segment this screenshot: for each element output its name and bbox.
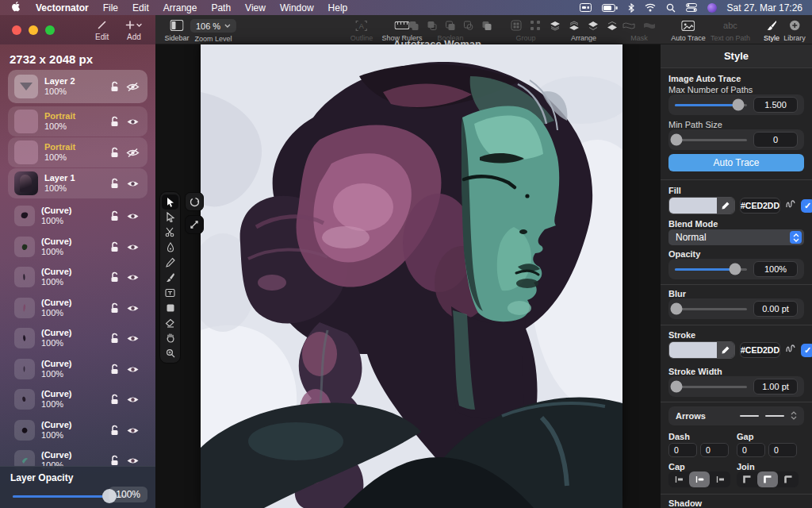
layer-row[interactable]: (Curve)100%	[8, 325, 147, 352]
lock-icon[interactable]	[109, 425, 120, 436]
lock-icon[interactable]	[109, 210, 120, 221]
wifi-icon[interactable]	[645, 3, 656, 12]
layer-row[interactable]: Portrait100%	[8, 106, 147, 137]
siri-icon[interactable]	[707, 3, 717, 13]
arrange-tools-group[interactable]: Arrange	[550, 19, 618, 42]
visibility-on-icon[interactable]	[126, 394, 140, 405]
slider-knob[interactable]	[670, 381, 682, 393]
close-window-button[interactable]	[12, 25, 21, 35]
min-path-value[interactable]: 0	[753, 132, 798, 148]
lock-icon[interactable]	[109, 147, 120, 158]
eraser-tool[interactable]	[162, 315, 178, 330]
selection-tool[interactable]	[162, 194, 178, 210]
blend-mode-select[interactable]: Normal	[668, 229, 804, 245]
pen-tool[interactable]	[162, 240, 178, 255]
spotlight-icon[interactable]	[666, 3, 676, 13]
join-round-option[interactable]	[757, 471, 778, 487]
scale-mode-button[interactable]	[185, 215, 204, 234]
min-path-slider[interactable]	[675, 139, 747, 141]
visibility-on-icon[interactable]	[126, 425, 140, 436]
lock-icon[interactable]	[109, 241, 120, 252]
battery-icon[interactable]	[602, 4, 618, 12]
dash-field-1[interactable]: 0	[668, 443, 697, 457]
stroke-width-slider[interactable]	[675, 386, 747, 388]
scissors-tool[interactable]	[162, 225, 178, 240]
library-button[interactable]: Library	[783, 19, 806, 42]
lock-icon[interactable]	[109, 116, 120, 127]
menu-view[interactable]: View	[245, 2, 266, 13]
blur-slider[interactable]	[675, 308, 747, 310]
mask-tools-group[interactable]: Mask	[622, 19, 656, 42]
layer-row[interactable]: (Curve)100%	[8, 264, 147, 291]
outline-mode-button[interactable]: A Outline	[350, 19, 373, 42]
stroke-hex-field[interactable]: #CED2DD	[740, 342, 780, 358]
artboard[interactable]	[201, 44, 622, 508]
visibility-on-icon[interactable]	[126, 456, 140, 466]
menu-arrange[interactable]: Arrange	[163, 2, 197, 13]
visibility-on-icon[interactable]	[126, 303, 140, 314]
sidebar-toggle-button[interactable]: Sidebar	[164, 19, 189, 42]
apple-menu-icon[interactable]	[11, 1, 21, 14]
edit-layers-button[interactable]: Edit	[95, 20, 109, 41]
menu-edit[interactable]: Edit	[132, 2, 149, 13]
shape-tool[interactable]	[162, 300, 178, 315]
edit-color-icon[interactable]	[717, 342, 734, 358]
auto-trace-button[interactable]: Auto Trace	[671, 19, 706, 42]
gap-field-2[interactable]: 0	[768, 443, 797, 457]
opacity-slider[interactable]	[675, 268, 747, 271]
text-on-path-button[interactable]: abc Text on Path	[710, 19, 750, 42]
visibility-on-icon[interactable]	[126, 242, 140, 252]
dash-field-2[interactable]: 0	[700, 443, 729, 457]
cap-butt-option[interactable]	[668, 471, 689, 487]
stroke-width-value[interactable]: 1.00 pt	[753, 379, 798, 394]
layer-row[interactable]: Layer 2100%	[8, 70, 147, 103]
stroke-enabled-checkbox[interactable]	[801, 344, 812, 357]
lock-icon[interactable]	[109, 271, 120, 283]
stroke-color-swatch[interactable]	[668, 341, 735, 359]
arrows-select[interactable]: Arrows	[668, 406, 804, 425]
layer-row[interactable]: Portrait100%	[8, 137, 147, 167]
style-panel-button[interactable]: Style	[764, 19, 779, 42]
auto-trace-action-button[interactable]: Auto Trace	[668, 154, 804, 171]
fill-enabled-checkbox[interactable]	[801, 199, 812, 213]
menu-window[interactable]: Window	[280, 2, 314, 13]
cap-square-option[interactable]	[710, 471, 730, 487]
visibility-off-icon[interactable]	[126, 148, 140, 158]
lock-icon[interactable]	[109, 364, 120, 375]
join-bevel-option[interactable]	[778, 471, 799, 487]
visibility-on-icon[interactable]	[126, 117, 140, 127]
lock-icon[interactable]	[109, 81, 120, 92]
visibility-on-icon[interactable]	[126, 211, 140, 221]
canvas-area[interactable]	[155, 44, 661, 508]
opacity-value[interactable]: 100%	[753, 261, 798, 277]
menu-help[interactable]: Help	[328, 2, 348, 13]
node-tool[interactable]	[162, 210, 178, 225]
slider-knob[interactable]	[670, 303, 682, 315]
edit-color-icon[interactable]	[717, 198, 734, 214]
zoom-window-button[interactable]	[45, 25, 55, 35]
visibility-off-icon[interactable]	[126, 82, 140, 92]
menu-file[interactable]: File	[103, 2, 118, 13]
layer-row[interactable]: (Curve)100%	[8, 202, 147, 229]
zoom-tool[interactable]	[162, 345, 178, 360]
group-tools-group[interactable]: Group	[511, 19, 541, 42]
menu-app-name[interactable]: Vectornator	[36, 2, 89, 13]
lock-icon[interactable]	[109, 455, 120, 466]
pencil-tool[interactable]	[162, 255, 178, 270]
layer-row[interactable]: Layer 1100%	[8, 168, 147, 198]
join-miter-option[interactable]	[737, 471, 757, 487]
lock-icon[interactable]	[109, 333, 120, 344]
menu-path[interactable]: Path	[211, 2, 231, 13]
visibility-on-icon[interactable]	[126, 364, 140, 375]
fill-color-swatch[interactable]	[668, 197, 735, 214]
blur-value[interactable]: 0.00 pt	[753, 301, 798, 317]
max-paths-slider[interactable]	[675, 104, 747, 106]
visibility-on-icon[interactable]	[126, 272, 140, 283]
fill-path-icon[interactable]	[785, 198, 796, 213]
max-paths-value[interactable]: 1.500	[753, 97, 798, 113]
menubar-clock[interactable]: Sat 27. Mar 17:26	[727, 2, 802, 13]
add-layer-button[interactable]: Add	[125, 20, 143, 41]
rotate-mode-button[interactable]	[185, 192, 204, 211]
layer-row[interactable]: (Curve)100%	[8, 294, 147, 321]
layer-row[interactable]: (Curve)100%	[8, 233, 147, 260]
